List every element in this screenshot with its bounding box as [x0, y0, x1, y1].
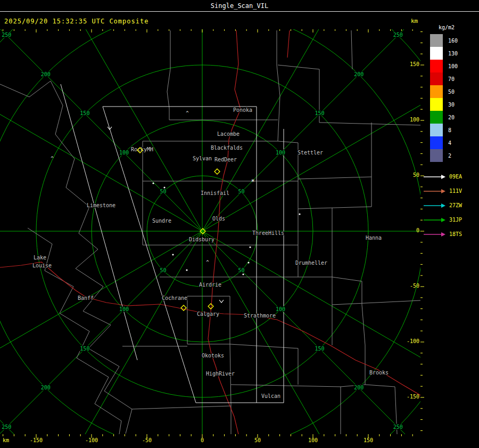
city-label: Didsbury [189, 237, 214, 242]
colorbar-value: 20 [448, 115, 455, 120]
caret-marker: ^ [51, 156, 54, 161]
x-axis-label: -50 [135, 437, 159, 443]
cell-dot-marker [152, 182, 154, 184]
colorbar-entry: 70 [430, 72, 458, 85]
colorbar-value: 30 [448, 102, 455, 108]
range-ring-label: 250 [2, 424, 11, 430]
colorbar-swatch [430, 47, 443, 60]
city-label: ThreeHills [252, 230, 284, 236]
site-id-label: 27ZW [449, 202, 462, 208]
caret-marker: ^ [206, 259, 209, 265]
county-boundary [319, 123, 420, 125]
cell-dot-marker [242, 273, 244, 275]
colorbar-value: 4 [448, 140, 451, 146]
city-label: Okotoks [202, 353, 224, 359]
range-ring-label: 50 [160, 267, 166, 273]
county-boundary [132, 406, 231, 409]
city-label: Ponoka [233, 107, 252, 113]
x-axis-label: 150 [357, 437, 380, 443]
colorbar-swatch [430, 34, 443, 47]
colorbar-swatch [430, 85, 443, 98]
city-label: Lake [34, 255, 46, 260]
site-arrow-icon [424, 232, 446, 237]
azimuth-spoke [202, 0, 389, 231]
range-ring-label: 250 [393, 32, 403, 38]
site-arrow-icon [424, 203, 446, 208]
range-ring-label: 50 [160, 189, 166, 194]
range-ring-label: 150 [80, 346, 89, 352]
range-ring-label: 200 [41, 71, 51, 77]
city-label: Airdrie [199, 282, 221, 288]
y-axis-label: -150 [398, 394, 419, 400]
y-axis-label: 50 [398, 172, 419, 178]
colorbar-swatch [430, 111, 443, 124]
county-boundary [187, 296, 230, 344]
x-axis-label: 0 [191, 437, 214, 443]
asterisk-marker: * [251, 178, 254, 185]
colorbar-entry: 4 [430, 136, 458, 149]
colorbar-entry: 30 [430, 98, 458, 111]
county-boundary [365, 385, 397, 434]
colorbar-entry: 160 [430, 34, 458, 47]
site-id-label: 111V [449, 188, 462, 194]
city-label: Banff [78, 295, 94, 301]
colorbar-value: 50 [448, 89, 455, 95]
county-boundary [332, 300, 420, 305]
colorbar-entry: 2 [430, 149, 458, 162]
colorbar-entry: 100 [430, 60, 458, 72]
county-boundary [231, 385, 365, 387]
colorbar-swatch [430, 72, 443, 85]
y-axis-label: 150 [398, 61, 419, 67]
city-label: Lacombe [217, 131, 240, 137]
colorbar-entry: 130 [430, 47, 458, 60]
colorbar-swatch [430, 98, 443, 111]
county-boundary [351, 30, 352, 69]
site-legend-row: 18TS [424, 227, 462, 241]
cell-dot-marker [163, 186, 165, 188]
county-boundary [0, 81, 51, 97]
caret-marker: ^ [186, 110, 189, 116]
arrow-marker [219, 300, 224, 303]
site-legend-row: 111V [424, 184, 462, 198]
range-ring-label: 200 [41, 385, 51, 390]
city-label: Strathmore [244, 313, 276, 319]
county-boundary [277, 30, 280, 141]
cell-dot-marker [299, 213, 300, 215]
radar-site-marker [214, 169, 220, 174]
colorbar-value: 130 [448, 51, 458, 56]
county-boundary [362, 305, 365, 385]
colorbar-value: 160 [448, 38, 458, 44]
range-ring-label: 100 [119, 306, 129, 312]
cell-dot-marker [247, 262, 249, 263]
colorbar-value: 8 [448, 127, 451, 133]
colorbar-value: 70 [448, 76, 455, 82]
city-label: Limestone [87, 202, 115, 208]
range-ring-label: 50 [238, 267, 245, 273]
site-id-label: 31JP [449, 217, 462, 223]
azimuth-spoke [0, 231, 202, 418]
colorbar-swatch [430, 124, 443, 136]
county-boundary [278, 65, 319, 69]
site-arrow-icon [424, 189, 446, 194]
x-axis-label: 50 [246, 437, 269, 443]
colorbar-swatch [430, 136, 443, 149]
range-ring-label: 250 [393, 424, 403, 430]
range-ring-label: 150 [315, 110, 325, 116]
azimuth-spoke [16, 0, 202, 231]
y-axis-label: -50 [398, 283, 419, 289]
x-axis-label: 100 [301, 437, 325, 443]
range-ring-label: 100 [119, 150, 129, 156]
range-ring-label: 100 [276, 306, 285, 312]
colorbar-swatch [430, 60, 443, 72]
radar-map-display[interactable]: 5050505010010010010015015015015020020020… [0, 0, 479, 448]
radar-site-marker [181, 305, 186, 311]
range-ring-label: 150 [80, 110, 89, 116]
site-id-label: 18TS [449, 231, 462, 237]
county-boundary [230, 344, 231, 434]
radar-site-legend: 09EA111V27ZW31JP18TS [424, 169, 462, 241]
site-legend-row: 31JP [424, 213, 462, 227]
city-label: Brooks [369, 370, 389, 376]
range-ring-label: 100 [276, 150, 285, 156]
city-label: Drumheller [295, 260, 327, 266]
x-axis-label: -150 [24, 437, 48, 443]
